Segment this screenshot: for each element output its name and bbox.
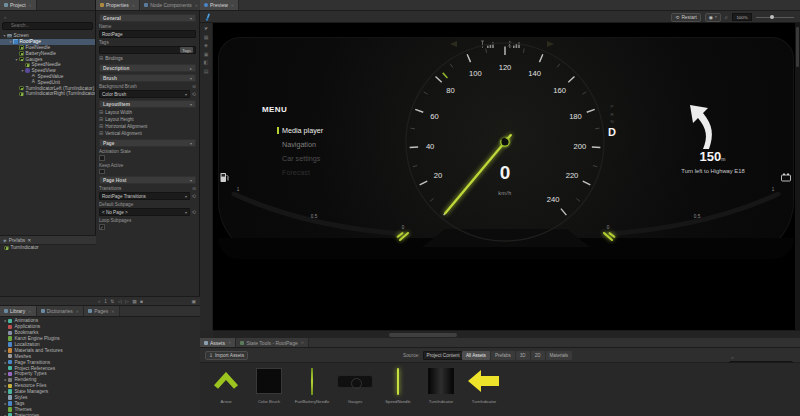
close-icon[interactable]: ✕ [132,3,135,8]
close-icon[interactable]: ✕ [228,340,231,345]
property-input[interactable]: RootPage [99,30,196,38]
close-icon[interactable]: ✕ [301,340,304,345]
asset-turnindicator[interactable]: TurnIndicator [423,366,459,404]
cursor-tool-icon[interactable]: ➢ [203,25,209,31]
asset-thumbnail-dark-panel [428,366,454,396]
section-header-layout-item[interactable]: Layout/Item▾ [99,100,196,108]
close-icon[interactable]: ✕ [111,309,114,314]
section-header-general[interactable]: General▾ [99,14,196,22]
property-row-bindings[interactable]: ⊞Bindings [99,55,196,62]
search-icon: ⌕ [731,354,734,361]
next-icon[interactable]: ▷ [125,299,129,304]
tags-button[interactable]: Tags [180,47,193,53]
section-header-description[interactable]: Description▸ [99,64,196,72]
refresh-icon[interactable]: ⟲ [192,209,196,215]
property-dropdown-color-brush[interactable]: Color Brush▾ [99,90,190,98]
asset-speedneedle[interactable]: SpeedNeedle [380,366,416,404]
camera-tool-icon[interactable]: ▣ [204,52,209,57]
project-search-input[interactable] [2,22,93,30]
cluster-menu-item-media-player[interactable]: Media player [282,126,323,135]
snapshot-tool-icon[interactable]: ▤ [204,69,209,74]
analyze-tool-icon[interactable] [205,13,212,21]
refresh-icon[interactable]: ⟲ [192,193,196,199]
checkbox[interactable] [99,155,105,161]
cluster-menu-item-car-settings[interactable]: Car settings [282,154,320,163]
zoom-slider[interactable] [756,13,794,22]
panel-options-icon[interactable]: ▣ [191,299,196,304]
prefab-item-turnindicator[interactable]: TurnIndicator [0,245,96,251]
bind-icon[interactable]: ⊞ [192,84,196,89]
zoom-slider-thumb[interactable] [770,15,774,19]
view-node-icon [25,68,30,73]
restart-button[interactable]: ⟲ Restart [671,13,701,22]
turn-indicator-thumb [428,368,454,394]
property-row-layout-height[interactable]: ⊞Layout Height [99,116,196,123]
tab-project[interactable]: Project ✕ [0,0,37,10]
asset-fuelbatteryneedle[interactable]: FuelBatteryNeedle [294,366,330,404]
filter-3d[interactable]: 3D [516,351,530,360]
import-assets-button[interactable]: ⇩ Import Assets [205,351,248,360]
tab-node-components[interactable]: Node Components✕ [140,0,203,10]
section-header-page[interactable]: Page▾ [99,139,196,147]
measure-tool-icon[interactable]: ◧ [204,60,209,65]
filter-all-assets[interactable]: All Assets [462,351,490,360]
section-header-page-host[interactable]: Page Host▾ [99,176,196,184]
asset-label: TurnIndicator [472,399,497,404]
search-icon[interactable]: ⌕ [98,299,101,304]
tab-dictionaries[interactable]: Dictionaries✕ [37,306,84,316]
scrollbar-thumb[interactable] [796,27,799,67]
close-icon[interactable]: ✕ [27,238,31,243]
close-icon[interactable]: ✕ [76,309,79,314]
bind-icon[interactable]: ⊞ [192,186,196,191]
tab-preview[interactable]: Preview ✕ [200,0,239,10]
asset-arrow[interactable]: Arrow [208,366,244,404]
property-input[interactable]: Tags [99,46,196,54]
lock-icon[interactable]: ■ [140,299,143,304]
checkbox[interactable]: ✓ [99,224,105,230]
filter-2d[interactable]: 2D [531,351,545,360]
numbered-list-icon[interactable]: 1 [104,299,107,304]
property-label-loop-subpages: Loop Subpages [99,218,196,223]
property-row-horizontal-alignment[interactable]: ⊞Horizontal Alignment [99,123,196,130]
preview-horizontal-scrollbar[interactable] [213,330,800,338]
zoom-level-input[interactable] [732,13,752,21]
close-icon[interactable]: ✕ [28,309,31,314]
node-tool-icon[interactable]: ◈ [204,43,208,48]
tab-assets[interactable]: Assets✕ [200,338,236,347]
asset-turnindicator[interactable]: TurnIndicator [466,366,502,404]
refresh-icon[interactable]: ⟲ [192,91,196,97]
filter-prefabs[interactable]: Prefabs [491,351,515,360]
property-dropdown-rootpage-transitions[interactable]: RootPage Transitions▾ [99,192,190,200]
library-item-trajectories[interactable]: ▸Trajectories [0,412,200,416]
asset-color-brush[interactable]: Color Brush [251,366,287,404]
prefabs-title[interactable]: ◈ Prefabs ✕ [0,236,96,245]
tab-pages[interactable]: Pages✕ [84,306,120,316]
grid-tool-icon[interactable]: ▦ [204,35,209,40]
asset-gauges[interactable]: Gauges [337,366,373,404]
cluster-menu-item-navigation[interactable]: Navigation [282,140,316,149]
preview-vertical-scrollbar[interactable] [795,23,800,330]
filter-materials[interactable]: Materials [546,351,573,360]
tab-state-tools-rootpage[interactable]: State Tools - RootPage✕ [236,338,309,347]
section-header-label: Description [103,66,129,71]
sort-icon[interactable]: ⇅ [110,299,114,304]
close-icon[interactable]: ✕ [231,3,234,8]
close-icon[interactable]: ✕ [195,3,198,8]
property-dropdown-no-page[interactable]: < No Page >▾ [99,208,190,216]
prefabs-list: TurnIndicator [0,245,96,251]
scrollbar-thumb[interactable] [389,333,457,337]
grid-icon[interactable]: ▦ [132,299,137,304]
tab-properties[interactable]: Properties✕ [96,0,140,10]
checkbox[interactable] [99,169,105,175]
glow-needle-thumb [397,368,399,395]
tab-label: Properties [106,2,129,8]
property-row-layout-width[interactable]: ⊞Layout Width [99,109,196,116]
visibility-dropdown[interactable]: ◉ ▾ [705,13,721,22]
close-icon[interactable]: ✕ [29,3,32,8]
tree-item-label: SpeedView [32,68,56,73]
prev-icon[interactable]: ◁ [118,299,122,304]
tab-library[interactable]: Library✕ [0,306,37,316]
property-row-vertical-alignment[interactable]: ⊞Vertical Alignment [99,130,196,137]
tree-item-turnindicatorright-turnindicator[interactable]: TurnIndicatorRight (TurnIndicator) [0,91,95,97]
section-header-brush[interactable]: Brush▾ [99,74,196,82]
